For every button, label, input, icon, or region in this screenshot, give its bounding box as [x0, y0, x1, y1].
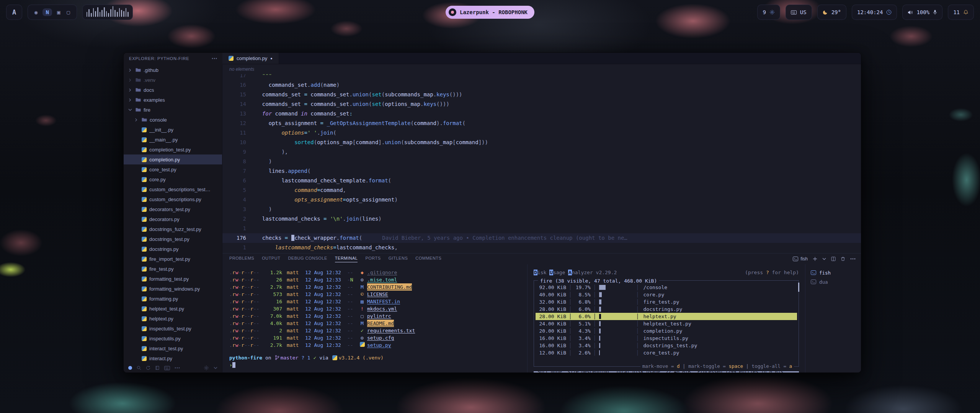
code-line[interactable]: 15 commands_set = commands_set.union(set… [222, 90, 861, 99]
file-link[interactable]: CONTRIBUTING.md [367, 283, 412, 291]
terminal-tab-dua[interactable]: dua [808, 277, 858, 286]
breadcrumb[interactable]: no elements [222, 64, 861, 74]
modified-dot[interactable]: ● [270, 57, 272, 60]
explorer-item-formatting-py[interactable]: formatting.py [124, 294, 222, 304]
dua-entry-docstrings-test-py[interactable]: 16.00 KiB│3.4%││docstrings_test.py [536, 342, 797, 349]
file-link[interactable]: pylintrc [367, 312, 391, 320]
dua-entry-inspectutils-py[interactable]: 16.00 KiB│3.4%││inspectutils.py [536, 335, 797, 342]
explorer-item-custom-descriptions-test[interactable]: custom_descriptions_test… [124, 184, 222, 194]
explorer-item-helptext-py[interactable]: helptext.py [124, 314, 222, 324]
panel-tab-problems[interactable]: PROBLEMS [229, 256, 254, 262]
chevron-down-icon[interactable] [214, 366, 217, 370]
terminal-fish-pane[interactable]: .rw-r--r--1.2kmatt12 Aug 12:32--◆.gitign… [222, 264, 527, 372]
updates-module[interactable]: 9 [757, 5, 780, 20]
gear-icon[interactable] [204, 365, 209, 371]
code-line[interactable]: 1 [222, 224, 861, 233]
explorer-item-docstrings-fuzz-test-py[interactable]: docstrings_fuzz_test.py [124, 224, 222, 234]
code-line[interactable]: 11 options=' '.join( [222, 128, 861, 138]
clock-module[interactable]: 12:40:24 [852, 5, 897, 20]
explorer-item-decorators-py[interactable]: decorators.py [124, 214, 222, 224]
more-actions-button[interactable] [850, 258, 856, 260]
code-line[interactable]: 7 lines.append( [222, 166, 861, 176]
dua-entry-helptext-test-py[interactable]: 24.00 KiB│5.1%││helptext_test.py [536, 320, 797, 327]
file-link[interactable]: setup.py [367, 341, 391, 349]
panel-tab-output[interactable]: OUTPUT [262, 256, 280, 262]
workspace-n-badge[interactable]: N [42, 8, 52, 16]
explorer-item-docstrings-py[interactable]: docstrings.py [124, 244, 222, 254]
explorer-item-completion-py[interactable]: completion.py [124, 154, 222, 164]
file-link[interactable]: .gitignore [367, 269, 397, 276]
file-link[interactable]: README.md [367, 320, 394, 327]
explorer-actions-icon[interactable] [212, 58, 217, 59]
code-line[interactable]: 12 opts_assignment = _GetOptsAssignmentT… [222, 119, 861, 128]
notifications-module[interactable]: 11 [948, 5, 974, 20]
shell-prompt-input[interactable]: › [229, 361, 524, 369]
code-line[interactable]: 4 opts_assignment=opts_assignment) [222, 195, 861, 205]
explorer-item-decorators-test-py[interactable]: decorators_test.py [124, 204, 222, 214]
weather-module[interactable]: 29° [817, 5, 846, 20]
system-graph-module[interactable] [82, 5, 133, 20]
dua-entry-fire-test-py[interactable]: 32.00 KiB│6.8%││fire_test.py [536, 298, 797, 306]
dua-entry-core-py[interactable]: 40.00 KiB│8.5%││core.py [536, 291, 797, 298]
code-line[interactable]: 8 ) [222, 157, 861, 166]
panel-tab-ports[interactable]: PORTS [365, 256, 381, 262]
launcher-button[interactable]: A [6, 5, 22, 20]
explorer-item-interact-test-py[interactable]: interact_test.py [124, 343, 222, 353]
kill-terminal-button[interactable] [841, 257, 845, 261]
terminal-tab-fish[interactable]: fish [808, 268, 858, 277]
explorer-item-custom-descriptions-py[interactable]: custom_descriptions.py [124, 194, 222, 204]
file-link[interactable]: mkdocs.yml [367, 305, 397, 312]
explorer-item-docstrings-test-py[interactable]: docstrings_test.py [124, 234, 222, 244]
dua-entry-completion-py[interactable]: 20.00 KiB│4.3%││completion.py [536, 327, 797, 335]
explorer-item-github[interactable]: .github [124, 65, 222, 75]
keyboard-icon[interactable] [164, 366, 170, 370]
keyboard-layout-module[interactable]: US [786, 5, 812, 20]
split-terminal-button[interactable] [831, 257, 836, 261]
tab-completion-py[interactable]: completion.py ● [222, 53, 279, 64]
terminal-dua-pane[interactable]: Disk Usage Analyzer v2.29.2 (press ? for… [527, 264, 805, 372]
file-link[interactable]: LICENSE [367, 291, 388, 298]
explorer-item-completion-test-py[interactable]: completion_test.py [124, 145, 222, 154]
dua-entry-core-test-py[interactable]: 12.00 KiB│2.6%││core_test.py [536, 349, 797, 356]
explorer-item-interact-py[interactable]: interact.py [124, 353, 222, 363]
explorer-item-console[interactable]: console [124, 115, 222, 125]
code-editor[interactable]: 17 """16 commands_set.add(name)15 comman… [222, 74, 861, 253]
code-line[interactable]: 3 ) [222, 205, 861, 214]
code-line[interactable]: 16 commands_set.add(name) [222, 80, 861, 90]
panel-tab-terminal[interactable]: TERMINAL [335, 256, 358, 262]
explorer-item-examples[interactable]: examples [124, 95, 222, 105]
dua-entry-docstrings-py[interactable]: 28.00 KiB│6.0%││docstrings.py [536, 306, 797, 313]
panel-tab-debug-console[interactable]: DEBUG CONSOLE [288, 256, 327, 262]
explorer-item-formatting-windows-py[interactable]: formatting_windows.py [124, 284, 222, 294]
code-line[interactable]: 10 sorted(options_map[command].union(sub… [222, 138, 861, 147]
code-line[interactable]: 9 ), [222, 147, 861, 157]
explorer-item-init-py[interactable]: __init__.py [124, 125, 222, 135]
file-link[interactable]: .mise.toml [367, 276, 397, 283]
panel-tab-comments[interactable]: COMMENTS [415, 256, 441, 262]
explorer-item-fire-test-py[interactable]: fire_test.py [124, 264, 222, 274]
more-icon[interactable] [175, 367, 180, 369]
explorer-item-formatting-test-py[interactable]: formatting_test.py [124, 274, 222, 284]
code-line[interactable]: 2 lastcommand_checks = '\n'.join(lines) [222, 214, 861, 224]
dua-entry-helptext-py[interactable]: 28.00 KiB│6.0%││helptext.py [536, 313, 797, 320]
workspace-notes[interactable]: ▢ [65, 8, 71, 16]
code-line[interactable]: 1 lastcommand_checks=lastcommand_checks, [222, 243, 861, 252]
dua-entry-console[interactable]: 92.00 KiB│19.7%││/console [536, 284, 797, 291]
file-link[interactable]: MANIFEST.in [367, 298, 400, 305]
volume-module[interactable]: 100% [902, 5, 942, 20]
explorer-item-inspectutils-test-py[interactable]: inspectutils_test.py [124, 324, 222, 333]
explorer-item-core-py[interactable]: core.py [124, 174, 222, 184]
file-link[interactable]: requirements.txt [367, 327, 415, 334]
search-icon[interactable] [137, 366, 141, 370]
media-player-module[interactable]: Lazerpunk - ROBOPHONK [446, 6, 534, 19]
new-terminal-button[interactable] [813, 257, 817, 261]
code-line[interactable]: 176 checks = check_wrapper.format(David … [222, 233, 861, 243]
workspace-record[interactable]: ◉ [33, 8, 39, 16]
code-line[interactable]: 6 lastcommand_check_template.format( [222, 176, 861, 185]
terminal-profile-label[interactable]: fish [793, 256, 808, 262]
code-line[interactable]: 5 command=command, [222, 185, 861, 195]
code-line[interactable]: 14 commands_set = commands_set.union(set… [222, 99, 861, 109]
code-line[interactable]: 13 for command in commands_set: [222, 109, 861, 119]
explorer-item-helptext-test-py[interactable]: helptext_test.py [124, 304, 222, 314]
dua-scrollbar-thumb[interactable] [798, 283, 799, 292]
